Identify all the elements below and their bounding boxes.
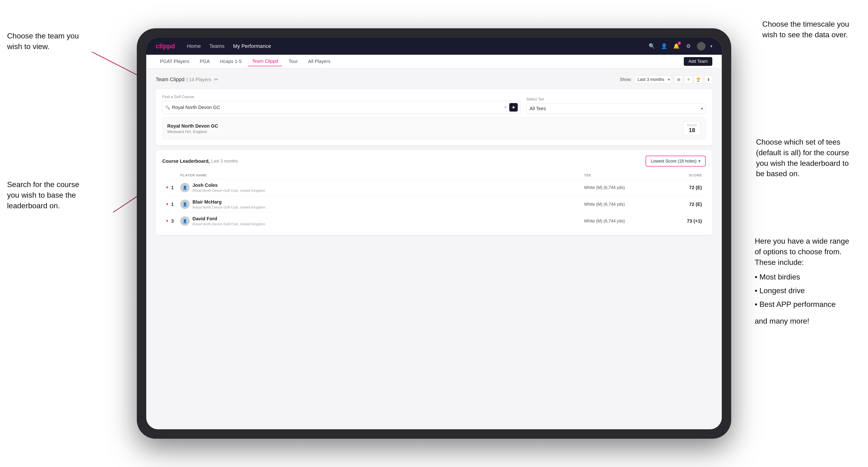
- team-header: Team Clippd | 14 Players ✏ Show: Last 3 …: [156, 75, 712, 84]
- nav-my-performance[interactable]: My Performance: [233, 43, 271, 49]
- tab-team-clippd[interactable]: Team Clippd: [248, 57, 282, 66]
- tab-all-players[interactable]: All Players: [304, 57, 335, 66]
- search-group: Find a Golf Course 🔍 ✕ ★: [162, 95, 521, 114]
- avatar-chevron[interactable]: ▾: [710, 44, 712, 49]
- player-name-2: Blair McHarg: [192, 199, 265, 205]
- player-score-1: 72 (E): [655, 185, 702, 190]
- course-info: Royal North Devon GC Westward Ho!, Engla…: [167, 123, 683, 134]
- tab-tour[interactable]: Tour: [284, 57, 302, 66]
- nav-home[interactable]: Home: [187, 43, 201, 49]
- player-rank-3: ♥ 3: [166, 218, 180, 224]
- player-club-1: Royal North Devon Golf Club, United King…: [192, 188, 265, 192]
- search-area: Find a Golf Course 🔍 ✕ ★ Select Tee Al: [156, 89, 712, 145]
- download-button[interactable]: ⬇: [704, 75, 712, 84]
- tee-select[interactable]: All Tees: [526, 103, 706, 114]
- leaderboard-table: PLAYER NAME TEE SCORE ♥ 1 👤: [162, 171, 706, 229]
- team-title: Team Clippd: [156, 76, 184, 83]
- tab-hcaps[interactable]: Hcaps 1-5: [216, 57, 246, 66]
- player-tee-2: White (M) (6,744 yds): [584, 202, 655, 207]
- tab-pgat-players[interactable]: PGAT Players: [156, 57, 194, 66]
- annotation-top-left: Choose the team you wish to view.: [7, 31, 79, 52]
- player-club-2: Royal North Devon Golf Club, United King…: [192, 205, 265, 209]
- tab-pga[interactable]: PGA: [195, 57, 214, 66]
- bullet-1: Most birdies: [755, 270, 849, 284]
- show-dropdown-wrap: Last 3 months: [634, 75, 672, 84]
- nav-links: Home Teams My Performance: [187, 43, 648, 49]
- heart-icon-3: ♥: [166, 219, 168, 223]
- player-info-1: 👤 Josh Coles Royal North Devon Golf Club…: [180, 183, 584, 192]
- user-avatar[interactable]: [697, 42, 706, 51]
- search-input-wrap: 🔍 ✕ ★: [162, 101, 521, 114]
- annotation-middle-left: Search for the course you wish to base t…: [7, 179, 79, 211]
- heart-icon-2: ♥: [166, 202, 168, 206]
- clear-search-button[interactable]: ✕: [504, 105, 507, 110]
- annotation-bottom-right: Here you have a wide range of options to…: [755, 236, 849, 326]
- leaderboard-subtitle: Last 3 months: [211, 159, 238, 164]
- tee-group: Select Tee All Tees: [526, 97, 706, 114]
- tablet-screen: clippd Home Teams My Performance 🔍 👤 🔔 1…: [146, 38, 722, 429]
- nav-teams[interactable]: Teams: [209, 43, 224, 49]
- player-rank-1: ♥ 1: [166, 185, 180, 190]
- nav-actions: 🔍 👤 🔔 1 ⚙ ▾: [648, 42, 712, 51]
- top-nav: clippd Home Teams My Performance 🔍 👤 🔔 1…: [146, 38, 722, 55]
- col-score: SCORE: [655, 173, 702, 177]
- main-content: Team Clippd | 14 Players ✏ Show: Last 3 …: [146, 68, 722, 429]
- settings-icon[interactable]: ⚙: [685, 42, 692, 50]
- player-info-3: 👤 David Ford Royal North Devon Golf Club…: [180, 216, 584, 226]
- team-count: | 14 Players: [186, 77, 211, 82]
- player-info-2: 👤 Blair McHarg Royal North Devon Golf Cl…: [180, 199, 584, 209]
- annotation-middle-right: Choose which set of tees (default is all…: [756, 137, 849, 179]
- player-club-3: Royal North Devon Golf Club, United King…: [192, 222, 265, 226]
- bullet-3: Best APP performance: [755, 298, 849, 311]
- annotation-top-right: Choose the timescale you wish to see the…: [762, 19, 849, 40]
- table-row: ♥ 1 👤 Josh Coles Royal North Devon Golf …: [162, 179, 706, 196]
- leaderboard-title: Course Leaderboard,: [162, 158, 210, 164]
- tee-select-wrap: All Tees: [526, 103, 706, 114]
- search-row: Find a Golf Course 🔍 ✕ ★ Select Tee Al: [162, 95, 706, 114]
- user-icon[interactable]: 👤: [660, 42, 668, 50]
- course-result: Royal North Devon GC Westward Ho!, Engla…: [162, 118, 706, 139]
- tee-label: Select Tee: [526, 97, 706, 101]
- course-search-input[interactable]: [172, 105, 502, 110]
- show-label: Show:: [620, 77, 632, 82]
- player-score-3: 73 (+1): [655, 218, 702, 224]
- table-row: ♥ 1 👤 Blair McHarg Royal North Devon Gol…: [162, 196, 706, 213]
- nav-logo: clippd: [156, 42, 175, 50]
- holes-label: Holes: [687, 124, 697, 127]
- col-player-name: PLAYER NAME: [180, 173, 584, 177]
- player-avatar-3: 👤: [180, 216, 190, 226]
- table-row: ♥ 3 👤 David Ford Royal North Devon Golf …: [162, 213, 706, 229]
- player-name-1: Josh Coles: [192, 183, 265, 188]
- player-rank-2: ♥ 1: [166, 201, 180, 207]
- score-type-button[interactable]: Lowest Score (18 holes): [646, 156, 706, 166]
- col-rank: [166, 173, 180, 177]
- player-avatar-2: 👤: [180, 199, 190, 209]
- player-avatar-1: 👤: [180, 183, 190, 192]
- tablet-frame: clippd Home Teams My Performance 🔍 👤 🔔 1…: [137, 28, 731, 439]
- grid-view-button[interactable]: ⊞: [675, 75, 683, 84]
- player-tee-1: White (M) (6,744 yds): [584, 185, 655, 190]
- table-header: PLAYER NAME TEE SCORE: [162, 171, 706, 179]
- edit-team-icon[interactable]: ✏: [214, 76, 218, 82]
- sub-nav: PGAT Players PGA Hcaps 1-5 Team Clippd T…: [146, 55, 722, 68]
- view-icons: ⊞ ≡ 🏆 ⬇: [675, 75, 712, 84]
- add-team-button[interactable]: Add Team: [684, 57, 712, 66]
- bell-icon[interactable]: 🔔 1: [673, 42, 680, 50]
- player-score-2: 72 (E): [655, 201, 702, 207]
- bullet-2: Longest drive: [755, 284, 849, 298]
- course-location: Westward Ho!, England: [167, 130, 683, 134]
- player-name-3: David Ford: [192, 216, 265, 221]
- holes-count: 18: [687, 127, 697, 133]
- trophy-view-button[interactable]: 🏆: [694, 75, 703, 84]
- find-course-label: Find a Golf Course: [162, 95, 521, 99]
- favorite-button[interactable]: ★: [509, 103, 518, 112]
- player-tee-3: White (M) (6,744 yds): [584, 219, 655, 224]
- list-view-button[interactable]: ≡: [684, 75, 692, 84]
- course-name: Royal North Devon GC: [167, 123, 683, 129]
- search-icon[interactable]: 🔍: [648, 42, 655, 50]
- show-controls: Show: Last 3 months ⊞ ≡ 🏆 ⬇: [620, 75, 712, 84]
- leaderboard: Course Leaderboard, Last 3 months Lowest…: [156, 150, 712, 235]
- show-dropdown[interactable]: Last 3 months: [634, 75, 672, 84]
- leaderboard-header: Course Leaderboard, Last 3 months Lowest…: [162, 156, 706, 166]
- heart-icon-1: ♥: [166, 185, 168, 190]
